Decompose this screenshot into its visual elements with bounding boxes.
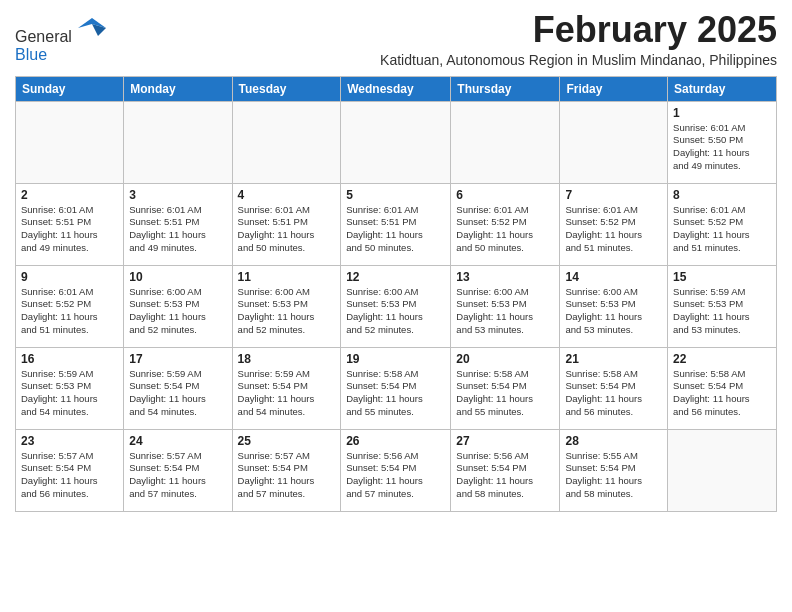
day-number: 26	[346, 434, 445, 448]
day-info: Sunrise: 5:58 AM Sunset: 5:54 PM Dayligh…	[673, 368, 771, 419]
col-header-saturday: Saturday	[668, 76, 777, 101]
day-number: 1	[673, 106, 771, 120]
logo-blue-text: Blue	[15, 46, 106, 64]
day-number: 3	[129, 188, 226, 202]
main-title: February 2025	[380, 10, 777, 50]
calendar-cell: 13Sunrise: 6:00 AM Sunset: 5:53 PM Dayli…	[451, 265, 560, 347]
subtitle: Katidtuan, Autonomous Region in Muslim M…	[380, 52, 777, 68]
day-number: 4	[238, 188, 336, 202]
logo-general-text: General	[15, 28, 72, 45]
day-info: Sunrise: 5:58 AM Sunset: 5:54 PM Dayligh…	[346, 368, 445, 419]
calendar-cell: 26Sunrise: 5:56 AM Sunset: 5:54 PM Dayli…	[341, 429, 451, 511]
col-header-monday: Monday	[124, 76, 232, 101]
calendar-cell: 7Sunrise: 6:01 AM Sunset: 5:52 PM Daylig…	[560, 183, 668, 265]
calendar-table: SundayMondayTuesdayWednesdayThursdayFrid…	[15, 76, 777, 512]
day-info: Sunrise: 5:56 AM Sunset: 5:54 PM Dayligh…	[456, 450, 554, 501]
col-header-friday: Friday	[560, 76, 668, 101]
day-number: 14	[565, 270, 662, 284]
calendar-cell: 28Sunrise: 5:55 AM Sunset: 5:54 PM Dayli…	[560, 429, 668, 511]
day-info: Sunrise: 6:00 AM Sunset: 5:53 PM Dayligh…	[346, 286, 445, 337]
day-info: Sunrise: 5:58 AM Sunset: 5:54 PM Dayligh…	[565, 368, 662, 419]
calendar-cell	[124, 101, 232, 183]
day-info: Sunrise: 5:59 AM Sunset: 5:53 PM Dayligh…	[673, 286, 771, 337]
week-row-3: 9Sunrise: 6:01 AM Sunset: 5:52 PM Daylig…	[16, 265, 777, 347]
day-info: Sunrise: 6:01 AM Sunset: 5:51 PM Dayligh…	[346, 204, 445, 255]
calendar-cell: 11Sunrise: 6:00 AM Sunset: 5:53 PM Dayli…	[232, 265, 341, 347]
day-info: Sunrise: 5:56 AM Sunset: 5:54 PM Dayligh…	[346, 450, 445, 501]
calendar-cell: 4Sunrise: 6:01 AM Sunset: 5:51 PM Daylig…	[232, 183, 341, 265]
calendar-cell: 2Sunrise: 6:01 AM Sunset: 5:51 PM Daylig…	[16, 183, 124, 265]
calendar-cell: 21Sunrise: 5:58 AM Sunset: 5:54 PM Dayli…	[560, 347, 668, 429]
svg-marker-0	[78, 18, 106, 28]
day-number: 27	[456, 434, 554, 448]
calendar-cell: 18Sunrise: 5:59 AM Sunset: 5:54 PM Dayli…	[232, 347, 341, 429]
calendar-cell: 24Sunrise: 5:57 AM Sunset: 5:54 PM Dayli…	[124, 429, 232, 511]
day-number: 20	[456, 352, 554, 366]
calendar-cell	[16, 101, 124, 183]
day-info: Sunrise: 5:58 AM Sunset: 5:54 PM Dayligh…	[456, 368, 554, 419]
day-number: 5	[346, 188, 445, 202]
day-info: Sunrise: 6:01 AM Sunset: 5:51 PM Dayligh…	[238, 204, 336, 255]
day-info: Sunrise: 6:01 AM Sunset: 5:52 PM Dayligh…	[456, 204, 554, 255]
col-header-wednesday: Wednesday	[341, 76, 451, 101]
calendar-cell	[668, 429, 777, 511]
calendar-cell: 5Sunrise: 6:01 AM Sunset: 5:51 PM Daylig…	[341, 183, 451, 265]
day-number: 9	[21, 270, 118, 284]
day-info: Sunrise: 5:55 AM Sunset: 5:54 PM Dayligh…	[565, 450, 662, 501]
week-row-2: 2Sunrise: 6:01 AM Sunset: 5:51 PM Daylig…	[16, 183, 777, 265]
calendar-cell: 20Sunrise: 5:58 AM Sunset: 5:54 PM Dayli…	[451, 347, 560, 429]
day-number: 24	[129, 434, 226, 448]
day-number: 18	[238, 352, 336, 366]
day-number: 11	[238, 270, 336, 284]
day-info: Sunrise: 6:00 AM Sunset: 5:53 PM Dayligh…	[456, 286, 554, 337]
calendar-cell: 25Sunrise: 5:57 AM Sunset: 5:54 PM Dayli…	[232, 429, 341, 511]
day-number: 6	[456, 188, 554, 202]
day-number: 8	[673, 188, 771, 202]
calendar-cell: 6Sunrise: 6:01 AM Sunset: 5:52 PM Daylig…	[451, 183, 560, 265]
title-block: February 2025 Katidtuan, Autonomous Regi…	[380, 10, 777, 68]
day-number: 23	[21, 434, 118, 448]
logo-line1: General	[15, 14, 106, 46]
day-info: Sunrise: 6:00 AM Sunset: 5:53 PM Dayligh…	[238, 286, 336, 337]
day-info: Sunrise: 6:01 AM Sunset: 5:52 PM Dayligh…	[673, 204, 771, 255]
day-info: Sunrise: 6:00 AM Sunset: 5:53 PM Dayligh…	[129, 286, 226, 337]
day-number: 22	[673, 352, 771, 366]
day-info: Sunrise: 5:59 AM Sunset: 5:53 PM Dayligh…	[21, 368, 118, 419]
calendar-cell: 3Sunrise: 6:01 AM Sunset: 5:51 PM Daylig…	[124, 183, 232, 265]
calendar-cell: 14Sunrise: 6:00 AM Sunset: 5:53 PM Dayli…	[560, 265, 668, 347]
week-row-1: 1Sunrise: 6:01 AM Sunset: 5:50 PM Daylig…	[16, 101, 777, 183]
day-number: 25	[238, 434, 336, 448]
col-header-sunday: Sunday	[16, 76, 124, 101]
day-number: 2	[21, 188, 118, 202]
calendar-cell: 22Sunrise: 5:58 AM Sunset: 5:54 PM Dayli…	[668, 347, 777, 429]
day-info: Sunrise: 5:59 AM Sunset: 5:54 PM Dayligh…	[129, 368, 226, 419]
calendar-cell: 17Sunrise: 5:59 AM Sunset: 5:54 PM Dayli…	[124, 347, 232, 429]
header: General Blue February 2025 Katidtuan, Au…	[15, 10, 777, 68]
calendar-cell	[451, 101, 560, 183]
calendar-cell: 10Sunrise: 6:00 AM Sunset: 5:53 PM Dayli…	[124, 265, 232, 347]
logo-bird-icon	[78, 14, 106, 42]
calendar-cell: 19Sunrise: 5:58 AM Sunset: 5:54 PM Dayli…	[341, 347, 451, 429]
calendar-cell	[341, 101, 451, 183]
calendar-cell: 9Sunrise: 6:01 AM Sunset: 5:52 PM Daylig…	[16, 265, 124, 347]
day-info: Sunrise: 6:00 AM Sunset: 5:53 PM Dayligh…	[565, 286, 662, 337]
day-number: 17	[129, 352, 226, 366]
week-row-4: 16Sunrise: 5:59 AM Sunset: 5:53 PM Dayli…	[16, 347, 777, 429]
calendar-cell: 12Sunrise: 6:00 AM Sunset: 5:53 PM Dayli…	[341, 265, 451, 347]
col-header-thursday: Thursday	[451, 76, 560, 101]
day-info: Sunrise: 6:01 AM Sunset: 5:50 PM Dayligh…	[673, 122, 771, 173]
calendar-cell: 23Sunrise: 5:57 AM Sunset: 5:54 PM Dayli…	[16, 429, 124, 511]
day-info: Sunrise: 6:01 AM Sunset: 5:52 PM Dayligh…	[21, 286, 118, 337]
day-info: Sunrise: 5:57 AM Sunset: 5:54 PM Dayligh…	[238, 450, 336, 501]
calendar-header-row: SundayMondayTuesdayWednesdayThursdayFrid…	[16, 76, 777, 101]
day-number: 28	[565, 434, 662, 448]
week-row-5: 23Sunrise: 5:57 AM Sunset: 5:54 PM Dayli…	[16, 429, 777, 511]
col-header-tuesday: Tuesday	[232, 76, 341, 101]
day-number: 13	[456, 270, 554, 284]
calendar-cell: 8Sunrise: 6:01 AM Sunset: 5:52 PM Daylig…	[668, 183, 777, 265]
day-info: Sunrise: 5:57 AM Sunset: 5:54 PM Dayligh…	[129, 450, 226, 501]
day-info: Sunrise: 5:57 AM Sunset: 5:54 PM Dayligh…	[21, 450, 118, 501]
day-number: 15	[673, 270, 771, 284]
day-number: 19	[346, 352, 445, 366]
page: General Blue February 2025 Katidtuan, Au…	[0, 0, 792, 522]
